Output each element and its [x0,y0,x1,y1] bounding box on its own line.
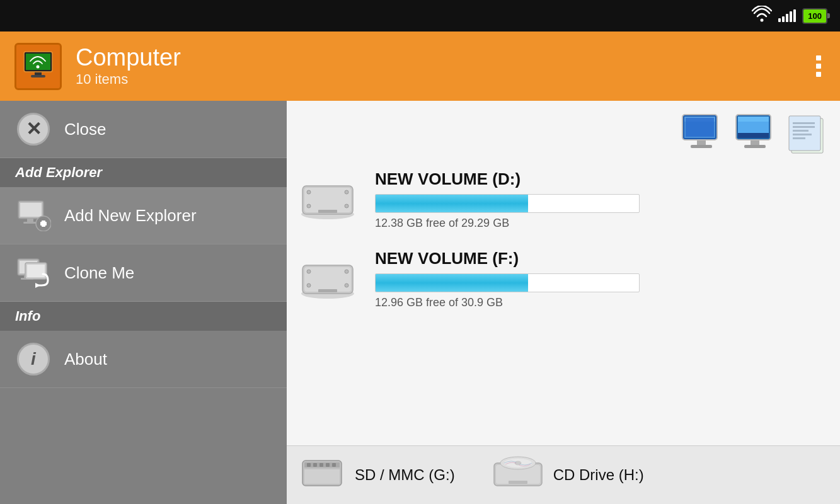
svg-point-55 [307,284,311,287]
menu-dot-3 [816,72,821,77]
svg-point-45 [307,190,311,194]
svg-rect-10 [23,222,37,224]
svg-rect-30 [738,117,769,122]
main-area: ✕ Close Add Explorer [0,101,840,504]
clone-me-label: Clone Me [64,263,134,283]
bottom-drives-bar: SD / MMC (G:) [287,445,840,504]
svg-point-53 [307,270,311,273]
drive-f-info: NEW VOLUME (F:) 12.96 GB free of 30.9 GB [375,249,827,309]
svg-rect-49 [318,210,337,213]
svg-point-0 [761,18,764,21]
drive-d-free: 12.38 GB free of 29.29 GB [375,217,827,230]
svg-rect-36 [789,116,820,151]
svg-rect-5 [31,75,45,77]
svg-rect-19 [27,265,45,277]
drive-list: NEW VOLUME (D:) 12.38 GB free of 29.29 G… [299,169,827,309]
svg-rect-24 [686,118,714,137]
add-explorer-icon [15,197,52,234]
add-new-explorer-label: Add New Explorer [64,206,197,226]
drive-d-bar [375,194,640,213]
svg-rect-25 [697,140,706,145]
svg-rect-57 [318,289,337,292]
svg-rect-72 [509,481,527,484]
drive-d-name: NEW VOLUME (D:) [375,169,827,189]
cd-drive-item[interactable]: CD Drive (H:) [493,455,644,495]
svg-rect-8 [20,203,42,217]
sd-card-label: SD / MMC (G:) [355,466,455,484]
svg-marker-20 [35,283,40,288]
svg-rect-65 [332,463,336,467]
svg-rect-40 [793,134,812,135]
sd-card-item[interactable]: SD / MMC (G:) [299,455,455,495]
desktop-computer-icon[interactable] [679,113,727,157]
svg-rect-52 [304,267,351,292]
close-menu-item[interactable]: ✕ Close [0,101,287,158]
add-new-explorer-menu-item[interactable]: Add New Explorer [0,187,287,244]
drive-f-bar [375,273,640,292]
svg-rect-44 [304,188,351,212]
svg-rect-38 [793,126,815,128]
info-section-header: Info [0,302,287,331]
svg-rect-31 [738,133,769,138]
svg-rect-39 [793,130,808,132]
close-label: Close [64,120,106,139]
svg-rect-61 [307,463,311,467]
clone-icon [15,255,52,291]
svg-point-48 [345,204,348,208]
document-folder-icon[interactable] [786,113,827,157]
svg-rect-41 [793,137,805,139]
item-count: 10 items [76,71,810,88]
top-icons-row [299,107,827,163]
drive-f-icon [299,259,356,300]
sd-card-icon [299,455,345,495]
svg-rect-60 [304,469,340,484]
wifi-icon [752,6,772,26]
drive-f-item[interactable]: NEW VOLUME (F:) 12.96 GB free of 30.9 GB [299,249,827,309]
menu-dot-2 [816,64,821,69]
svg-point-46 [345,190,348,194]
menu-dot-1 [816,55,821,60]
cd-drive-label: CD Drive (H:) [553,466,644,484]
status-bar: 100 [0,0,840,32]
about-label: About [64,350,107,369]
page-title: Computer [76,45,810,71]
drive-f-name: NEW VOLUME (F:) [375,249,827,268]
svg-point-71 [516,461,520,465]
app-logo [13,41,63,91]
svg-rect-32 [751,140,759,145]
svg-point-3 [36,66,39,69]
drive-d-fill [376,195,528,212]
drive-d-item[interactable]: NEW VOLUME (D:) 12.38 GB free of 29.29 G… [299,169,827,230]
svg-rect-13 [40,222,47,226]
status-icons: 100 [752,6,827,26]
svg-point-47 [307,204,311,208]
drive-d-icon [299,180,356,220]
svg-rect-9 [27,219,33,222]
drive-f-fill [376,274,528,292]
header-text: Computer 10 items [76,45,810,88]
svg-rect-37 [793,122,815,124]
info-icon: i [15,341,52,377]
content-area: NEW VOLUME (D:) 12.38 GB free of 29.29 G… [287,101,840,504]
about-menu-item[interactable]: i About [0,331,287,388]
close-icon: ✕ [15,111,52,147]
clone-me-menu-item[interactable]: Clone Me [0,244,287,302]
svg-rect-26 [691,145,712,148]
svg-rect-33 [744,145,766,148]
svg-rect-62 [313,463,317,467]
svg-point-56 [345,284,348,287]
window-computer-icon[interactable] [733,113,780,157]
cd-drive-icon [493,455,543,495]
drive-f-free: 12.96 GB free of 30.9 GB [375,296,827,309]
svg-rect-63 [319,463,323,467]
signal-bars-icon [778,9,796,22]
svg-point-54 [345,270,348,273]
drive-d-info: NEW VOLUME (D:) 12.38 GB free of 29.29 G… [375,169,827,230]
app-header: Computer 10 items [0,32,840,101]
overflow-menu-button[interactable] [810,49,827,83]
add-explorer-section-header: Add Explorer [0,158,287,187]
svg-rect-64 [326,463,330,467]
sidebar-drawer: ✕ Close Add Explorer [0,101,287,504]
battery-indicator: 100 [802,8,827,24]
